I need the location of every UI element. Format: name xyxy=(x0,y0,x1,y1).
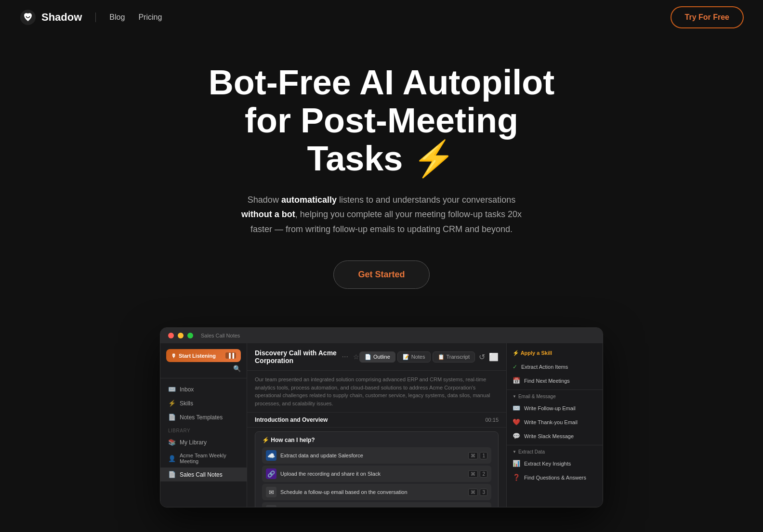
sidebar-item-acme-team[interactable]: 👤 Acme Team Weekly Meeting xyxy=(160,449,247,467)
sidebar-item-inbox-label: Inbox xyxy=(180,386,194,393)
panel-divider-1 xyxy=(507,389,603,390)
ai-prompt-title: ⚡ How can I help? xyxy=(262,437,491,443)
window-minimize-dot xyxy=(178,333,184,338)
hero-description: Shadow automatically listens to and unde… xyxy=(237,193,526,237)
sidebar-item-notes-templates[interactable]: 📄 Notes Templates xyxy=(160,410,247,424)
header-right: 📄 Outline 📝 Notes 📋 Transcript ↺ ⬜ xyxy=(359,351,499,363)
window-body: 🎙 Start Listening ▐▐ 🔍 ✉️ Inbox xyxy=(160,343,603,507)
sidebar-item-notes-templates-label: Notes Templates xyxy=(180,414,223,421)
bold-without-a-bot: without a bot xyxy=(241,209,295,219)
right-panel-title: ⚡ Apply a Skill xyxy=(507,348,603,360)
skill-label-write-followup: Write Follow-up Email xyxy=(524,405,576,411)
export-button[interactable]: ⬜ xyxy=(489,352,499,362)
window-titlebar: Sales Call Notes xyxy=(160,328,603,343)
notes-tab-icon: 📝 xyxy=(403,354,409,360)
skill-extract-action-items[interactable]: ✓ Extract Action Items xyxy=(507,360,603,374)
slack-message-icon: 💬 xyxy=(513,432,520,440)
section-header: Introduction and Overview 00:15 xyxy=(247,413,506,428)
skill-find-next-meetings[interactable]: 📅 Find Next Meetings xyxy=(507,374,603,388)
skills-icon: ⚡ xyxy=(168,400,176,407)
action-label-slack: Upload the recording and share it on Sla… xyxy=(280,471,381,477)
email-icon: ✉ xyxy=(266,487,276,497)
skill-section-extract[interactable]: ▼ Extract Data xyxy=(507,447,603,456)
sidebar-library-label: Library xyxy=(160,424,247,435)
action-item-report[interactable]: 📋 Draft a report using the BANT qualific… xyxy=(262,502,491,507)
meeting-title-row: Discovery Call with Acme Corporation ···… xyxy=(255,349,359,364)
report-icon: 📋 xyxy=(266,505,276,507)
sidebar-nav: ✉️ Inbox ⚡ Skills 📄 Notes Templates xyxy=(160,382,247,424)
app-window: Sales Call Notes 🎙 Start Listening ▐▐ xyxy=(160,327,603,507)
hero-headline: Bot-Free AI Autopilot for Post-Meeting T… xyxy=(165,64,598,178)
refresh-button[interactable]: ↺ xyxy=(479,352,485,362)
action-label-salesforce: Extract data and update Salesforce xyxy=(280,453,363,458)
skill-section-email[interactable]: ▼ Email & Message xyxy=(507,392,603,401)
library-icon: 📚 xyxy=(168,439,176,446)
headline-line1: Bot-Free AI Autopilot xyxy=(209,63,555,102)
tab-transcript[interactable]: 📋 Transcript xyxy=(433,351,475,363)
skill-write-followup-email[interactable]: ✉️ Write Follow-up Email xyxy=(507,401,603,415)
right-panel: ⚡ Apply a Skill ✓ Extract Action Items 📅… xyxy=(506,343,603,507)
skill-extract-key-insights[interactable]: 📊 Extract Key Insights xyxy=(507,456,603,470)
nav-divider xyxy=(95,13,96,22)
get-started-button[interactable]: Get Started xyxy=(333,260,429,289)
panel-divider-2 xyxy=(507,445,603,445)
skill-section-extract-label: Extract Data xyxy=(518,449,545,454)
section-title: Introduction and Overview xyxy=(255,416,328,423)
skill-label-find-qa: Find Questions & Answers xyxy=(524,475,586,480)
insights-icon: 📊 xyxy=(513,460,520,467)
window-close-dot xyxy=(168,333,174,338)
outline-tab-icon: 📄 xyxy=(365,354,371,360)
team-icon: 👤 xyxy=(168,455,176,462)
email-followup-icon: ✉️ xyxy=(513,404,520,412)
headline-line3: Tasks ⚡ xyxy=(307,139,456,178)
salesforce-icon: ☁️ xyxy=(266,450,276,461)
nav-left: Shadow Blog Pricing xyxy=(19,9,162,26)
slack-icon: 🔗 xyxy=(266,468,276,479)
skill-label-write-slack: Write Slack Message xyxy=(524,433,574,439)
meeting-menu-button[interactable]: ··· xyxy=(342,352,348,361)
start-listening-label: Start Listening xyxy=(179,353,216,359)
ai-prompt-box: ⚡ How can I help? ☁️ Extract data and up… xyxy=(255,431,499,507)
meeting-star-button[interactable]: ☆ xyxy=(353,353,359,361)
lightning-icon: ⚡ xyxy=(412,139,456,178)
skill-label-find-next-meetings: Find Next Meetings xyxy=(524,378,570,384)
window-title-label: Sales Call Notes xyxy=(201,333,240,338)
heart-icon: ❤️ xyxy=(513,418,520,426)
sidebar-item-acme-label: Acme Team Weekly Meeting xyxy=(180,453,239,464)
sidebar-item-sales-label: Sales Call Notes xyxy=(180,471,223,478)
skill-label-write-thankyou: Write Thank-you Email xyxy=(524,419,578,425)
chevron-down-icon-2: ▼ xyxy=(513,450,516,454)
action-item-slack[interactable]: 🔗 Upload the recording and share it on S… xyxy=(262,466,491,482)
sidebar-top: 🎙 Start Listening ▐▐ 🔍 xyxy=(160,349,247,378)
skill-find-questions-answers[interactable]: ❓ Find Questions & Answers xyxy=(507,470,603,484)
skill-write-thankyou-email[interactable]: ❤️ Write Thank-you Email xyxy=(507,415,603,429)
action-shortcut-4: ⌘4 xyxy=(468,507,487,507)
meeting-summary: Our team presented an integrated solutio… xyxy=(247,371,506,413)
tab-outline[interactable]: 📄 Outline xyxy=(359,351,395,363)
sidebar-item-skills[interactable]: ⚡ Skills xyxy=(160,396,247,410)
blog-link[interactable]: Blog xyxy=(109,13,125,22)
sidebar-item-inbox[interactable]: ✉️ Inbox xyxy=(160,382,247,396)
meeting-title: Discovery Call with Acme Corporation xyxy=(255,349,337,364)
skill-section-email-label: Email & Message xyxy=(518,394,556,399)
start-listening-button[interactable]: 🎙 Start Listening ▐▐ xyxy=(166,349,241,362)
action-item-email[interactable]: ✉ Schedule a follow-up email based on th… xyxy=(262,484,491,500)
notes-templates-icon: 📄 xyxy=(168,414,176,421)
bold-automatically: automatically xyxy=(281,195,337,205)
tab-notes[interactable]: 📝 Notes xyxy=(397,351,431,363)
sidebar-search-icon[interactable]: 🔍 xyxy=(233,365,241,372)
main-header: Discovery Call with Acme Corporation ···… xyxy=(247,343,506,371)
sales-icon: 📄 xyxy=(168,471,176,478)
pricing-link[interactable]: Pricing xyxy=(138,13,162,22)
sidebar-item-my-library-label: My Library xyxy=(180,439,207,446)
action-shortcut-1: ⌘1 xyxy=(468,452,487,459)
try-for-free-button[interactable]: Try For Free xyxy=(671,6,744,28)
transcript-tab-icon: 📋 xyxy=(438,354,445,360)
action-item-salesforce[interactable]: ☁️ Extract data and update Salesforce ⌘1 xyxy=(262,447,491,464)
logo[interactable]: Shadow xyxy=(19,9,82,26)
action-label-email: Schedule a follow-up email based on the … xyxy=(280,489,408,495)
skill-write-slack-message[interactable]: 💬 Write Slack Message xyxy=(507,429,603,443)
sidebar-item-my-library[interactable]: 📚 My Library xyxy=(160,435,247,449)
sidebar-item-sales-call[interactable]: 📄 Sales Call Notes xyxy=(160,467,247,481)
calendar-icon: 📅 xyxy=(513,377,520,384)
